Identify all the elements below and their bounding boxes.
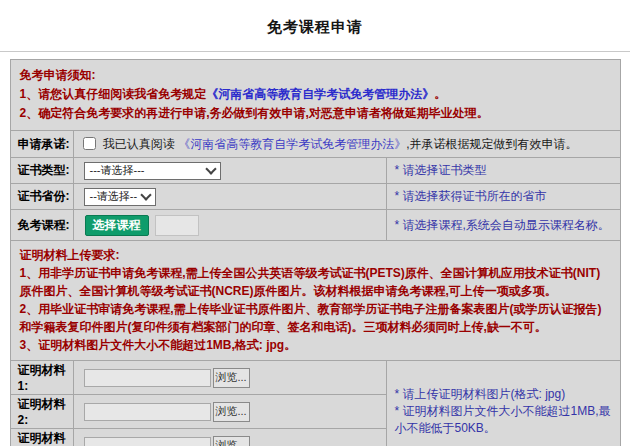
page-title: 免考课程申请 [0,0,630,51]
upload-requirements-block: 证明材料上传要求: 1、用非学历证书申请免考课程,需上传全国公共英语等级考试证书… [10,241,620,361]
cert-province-select[interactable]: --请选择-- [84,188,156,206]
upload-requirements-item-2: 2、用毕业证书审请免考课程,需上传毕业证书原件图片、教育部学历证书电子注册备案表… [20,300,611,336]
material-3-file-field[interactable] [84,437,211,446]
notice-block: 免考申请须知: 1、请您认真仔细阅读我省免考规定《河南省高等教育自学考试免考管理… [10,60,620,131]
notice-item-1: 1、请您认真仔细阅读我省免考规定《河南省高等教育自学考试免考管理办法》。 [20,85,611,104]
notice-item-2: 2、确定符合免考要求的再进行申请,务必做到有效申请,对恶意申请者将做延期毕业处理… [20,104,611,123]
material-3-browse-button[interactable]: 浏览... [213,436,250,446]
upload-requirements-item-1: 1、用非学历证书申请免考课程,需上传全国公共英语等级考试证书(PETS)原件、全… [20,264,611,300]
commitment-label: 申请承诺: [10,131,73,158]
material-1-label: 证明材料1: [10,361,73,395]
course-code-box [155,215,199,236]
upload-requirements-item-3: 3、证明材料图片文件大小不能超过1MB,格式: jpg。 [20,336,611,354]
commitment-text-suffix: ,并承诺根据规定做到有效申请。 [406,137,577,151]
choose-course-button[interactable]: 选择课程 [85,215,149,236]
cert-province-label: 证书省份: [10,184,73,210]
materials-hint-block: * 请上传证明材料图片(格式: jpg) * 证明材料图片文件大小不能超过1MB… [386,361,620,446]
upload-requirements-heading: 证明材料上传要求: [20,246,611,264]
material-1-file-field[interactable] [84,369,211,387]
commitment-cell: 我已认真阅读 《河南省高等教育自学考试免考管理办法》,并承诺根据规定做到有效申请… [73,131,620,158]
cert-type-select[interactable]: ---请选择--- [84,162,221,180]
exempt-course-hint: * 请选择课程,系统会自动显示课程名称。 [386,210,620,241]
upload-requirements-row: 证明材料上传要求: 1、用非学历证书申请免考课程,需上传全国公共英语等级考试证书… [10,241,620,361]
commitment-row: 申请承诺: 我已认真阅读 《河南省高等教育自学考试免考管理办法》,并承诺根据规定… [10,131,620,158]
commitment-text-prefix: 我已认真阅读 [103,137,178,151]
chevron-down-icon [140,189,151,200]
cert-type-select-value: ---请选择--- [90,163,145,178]
notice-heading: 免考申请须知: [20,66,611,85]
application-form-panel: 免考申请须知: 1、请您认真仔细阅读我省免考规定《河南省高等教育自学考试免考管理… [10,59,621,446]
materials-hint-line-1: * 请上传证明材料图片(格式: jpg) [395,386,614,403]
material-2-label: 证明材料2: [10,395,73,429]
materials-hint-line-2: * 证明材料图片文件大小不能超过1MB,最小不能低于50KB。 [395,403,614,437]
cert-type-row: 证书类型: ---请选择--- * 请选择证书类型 [10,158,620,184]
material-1-row: 证明材料1: 浏览... * 请上传证明材料图片(格式: jpg) * 证明材料… [10,361,620,395]
cert-type-label: 证书类型: [10,158,73,184]
notice-item-1-period: 。 [434,87,446,101]
notice-row: 免考申请须知: 1、请您认真仔细阅读我省免考规定《河南省高等教育自学考试免考管理… [10,60,620,131]
title-divider [0,51,630,52]
chevron-down-icon [205,163,216,174]
material-2-browse-button[interactable]: 浏览... [213,402,250,422]
exempt-course-label: 免考课程: [10,210,73,241]
cert-province-row: 证书省份: --请选择-- * 请选择获得证书所在的省市 [10,184,620,210]
commitment-regulation-link[interactable]: 《河南省高等教育自学考试免考管理办法》 [178,137,406,151]
material-3-label: 证明材料3: [10,429,73,446]
material-2-file-field[interactable] [84,403,211,421]
notice-item-1-text: 1、请您认真仔细阅读我省免考规定 [20,87,207,101]
exempt-course-row: 免考课程: 选择课程 * 请选择课程,系统会自动显示课程名称。 [10,210,620,241]
cert-province-select-value: --请选择-- [90,189,138,204]
cert-province-hint: * 请选择获得证书所在的省市 [386,184,620,210]
cert-type-hint: * 请选择证书类型 [386,158,620,184]
material-1-browse-button[interactable]: 浏览... [213,368,250,388]
commitment-checkbox[interactable] [83,137,96,150]
regulation-link[interactable]: 《河南省高等教育自学考试免考管理办法》 [206,87,434,101]
